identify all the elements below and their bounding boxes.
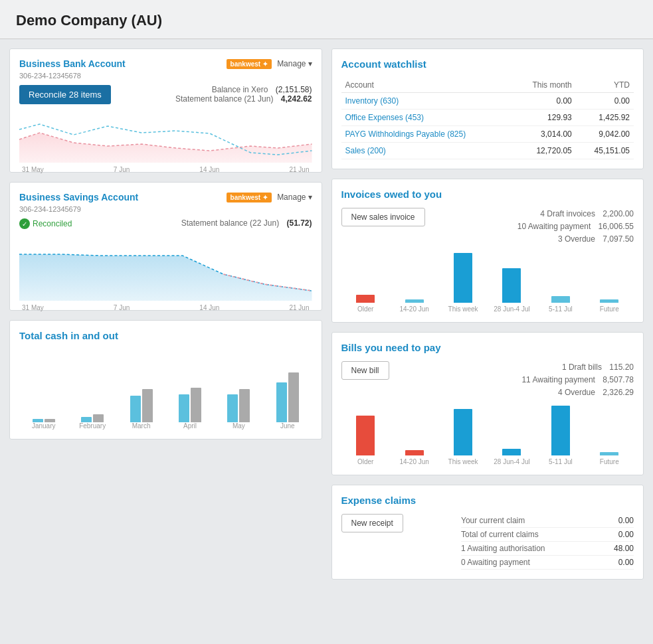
statement-balance-value-1: 4,242.62 (281, 94, 312, 104)
invoices-bar-chart: Older 14-20 Jun This week 28 Jun-4 Jul 5… (341, 253, 634, 313)
bank-account-2-title[interactable]: Business Savings Account (19, 192, 138, 202)
cash-group-may (215, 349, 263, 422)
watchlist-thismonth-4: 12,720.05 (513, 143, 576, 159)
bankwest-icon-1: ✦ (262, 60, 268, 68)
draft-bills-label: 1 Draft bills (562, 362, 602, 372)
svg-marker-0 (19, 133, 312, 163)
watchlist-row-2: Office Expenses (453) 129.93 1,425.92 (341, 110, 634, 126)
account-watchlist-card: Account watchlist Account This month YTD… (331, 48, 644, 169)
cash-group-jan (19, 349, 68, 422)
watchlist-row-3: PAYG Withholdings Payable (825) 3,014.00… (341, 126, 634, 143)
bank-account-1-badge-manage: bankwest ✦ Manage ▾ (227, 59, 312, 69)
bank-account-2-header: Business Savings Account bankwest ✦ Mana… (19, 192, 312, 202)
cash-chart (19, 349, 312, 422)
bank-account-2-number: 306-234-12345679 (19, 205, 312, 213)
overdue-invoices-val: 7,097.50 (603, 234, 634, 244)
invoice-bar-thisweek: This week (438, 253, 487, 313)
bankwest-icon-2: ✦ (262, 194, 268, 201)
bill-bar-future: Future (585, 406, 634, 465)
total-cash-card: Total cash in and out (9, 320, 322, 440)
page-title: Demo Company (AU) (16, 12, 637, 29)
watchlist-title: Account watchlist (341, 58, 634, 70)
watchlist-account-2[interactable]: Office Expenses (453) (341, 110, 513, 126)
bank-account-2-badge-manage: bankwest ✦ Manage ▾ (227, 193, 312, 202)
col-ytd-header: YTD (576, 78, 634, 93)
overdue-invoices-label: 3 Overdue (558, 234, 595, 244)
watchlist-ytd-4: 45,151.05 (576, 143, 634, 159)
bills-bar-chart: Older 14-20 Jun This week 28 Jun-4 Jul 5… (341, 406, 634, 465)
expense-row-4: 0 Awaiting payment 0.00 (461, 556, 634, 570)
cash-bar-in-feb (81, 417, 92, 422)
expense-row-1: Your current claim 0.00 (461, 514, 634, 528)
bankwest-label-2: bankwest (231, 194, 261, 201)
watchlist-row-4: Sales (200) 12,720.05 45,151.05 (341, 143, 634, 159)
invoice-bar-28jun: 28 Jun-4 Jul (488, 253, 536, 313)
new-bill-button[interactable]: New bill (341, 361, 389, 380)
expense-label-4: 0 Awaiting payment (461, 558, 530, 567)
overdue-bills-val: 2,326.29 (603, 388, 634, 397)
watchlist-ytd-3: 9,042.00 (576, 126, 634, 143)
bill-bar-thisweek: This week (438, 406, 487, 465)
invoices-stats: 4 Draft invoices 2,200.00 10 Awaiting pa… (517, 208, 634, 246)
new-invoice-button[interactable]: New sales invoice (341, 208, 425, 226)
watchlist-account-3[interactable]: PAYG Withholdings Payable (825) (341, 126, 513, 143)
bills-stats: 1 Draft bills 115.20 11 Awaiting payment… (521, 361, 634, 400)
sparkline-2-labels: 31 May 7 Jun 14 Jun 21 Jun (19, 304, 312, 311)
svg-marker-1 (19, 254, 312, 301)
sparkline-1: 31 May 7 Jun 14 Jun 21 Jun (19, 110, 312, 163)
watchlist-account-4[interactable]: Sales (200) (341, 143, 513, 159)
expense-claims-title: Expense claims (341, 495, 634, 506)
cash-labels: January February March April May June (19, 422, 312, 430)
reconciled-label: Reconciled (33, 219, 72, 228)
main-content: Business Bank Account bankwest ✦ Manage … (0, 39, 653, 589)
cash-bar-out-mar (142, 389, 153, 422)
balance-section-1: Reconcile 28 items Balance in Xero (2,15… (19, 85, 312, 104)
sparkline-2: 31 May 7 Jun 14 Jun 21 Jun (19, 234, 312, 301)
col-account-header: Account (341, 78, 513, 93)
expense-row-2: Total of current claims 0.00 (461, 528, 634, 542)
bill-bar-511: 5-11 Jul (536, 406, 585, 465)
watchlist-ytd-1: 0.00 (576, 93, 634, 110)
expense-label-2: Total of current claims (461, 530, 539, 539)
check-icon: ✓ (19, 218, 30, 229)
invoices-title: Invoices owed to you (341, 189, 634, 200)
draft-bills-val: 115.20 (609, 362, 634, 372)
invoice-bar-older: Older (341, 253, 390, 313)
bank-account-2-card: Business Savings Account bankwest ✦ Mana… (9, 182, 322, 311)
awaiting-bills-label: 11 Awaiting payment (521, 375, 595, 384)
chevron-down-icon: ▾ (308, 59, 312, 68)
new-receipt-button[interactable]: New receipt (341, 514, 403, 532)
draft-invoices-val: 2,200.00 (603, 209, 634, 218)
invoice-bar-1420: 14-20 Jun (390, 253, 438, 313)
bill-bar-older: Older (341, 406, 390, 465)
col-thismonth-header: This month (513, 78, 576, 93)
expense-val-4: 0.00 (618, 558, 634, 567)
cash-bar-out-apr (191, 388, 201, 422)
statement-balance-label-1: Statement balance (21 Jun) (175, 94, 273, 104)
manage-button-1[interactable]: Manage ▾ (277, 59, 312, 68)
expense-label-1: Your current claim (461, 516, 525, 525)
watchlist-row-1: Inventory (630) 0.00 0.00 (341, 93, 634, 110)
bills-title: Bills you need to pay (341, 342, 634, 353)
balance-section-2: ✓ Reconciled Statement balance (22 Jun) … (19, 218, 312, 229)
bank-account-1-title[interactable]: Business Bank Account (19, 58, 126, 69)
watchlist-thismonth-1: 0.00 (513, 93, 576, 110)
invoice-bar-511: 5-11 Jul (536, 253, 585, 313)
cash-group-feb (68, 349, 116, 422)
bill-bar-1420: 14-20 Jun (390, 406, 438, 465)
cash-bar-in-apr (179, 394, 189, 422)
reconcile-button-1[interactable]: Reconcile 28 items (19, 85, 111, 104)
balance-in-xero-label: Balance in Xero (212, 85, 268, 94)
sparkline-1-labels: 31 May 7 Jun 14 Jun 21 Jun (19, 166, 312, 173)
awaiting-invoices-val: 16,006.55 (599, 222, 634, 231)
manage-button-2[interactable]: Manage ▾ (277, 193, 312, 202)
reconciled-badge: ✓ Reconciled (19, 218, 72, 229)
cash-bar-in-jun (276, 382, 287, 422)
watchlist-thismonth-3: 3,014.00 (513, 126, 576, 143)
watchlist-ytd-2: 1,425.92 (576, 110, 634, 126)
bill-bar-28jun: 28 Jun-4 Jul (488, 406, 536, 465)
awaiting-bills-val: 8,507.78 (603, 375, 634, 384)
bankwest-badge-1: bankwest ✦ (227, 59, 272, 69)
watchlist-account-1[interactable]: Inventory (630) (341, 93, 513, 110)
cash-bar-out-jun (288, 372, 299, 422)
